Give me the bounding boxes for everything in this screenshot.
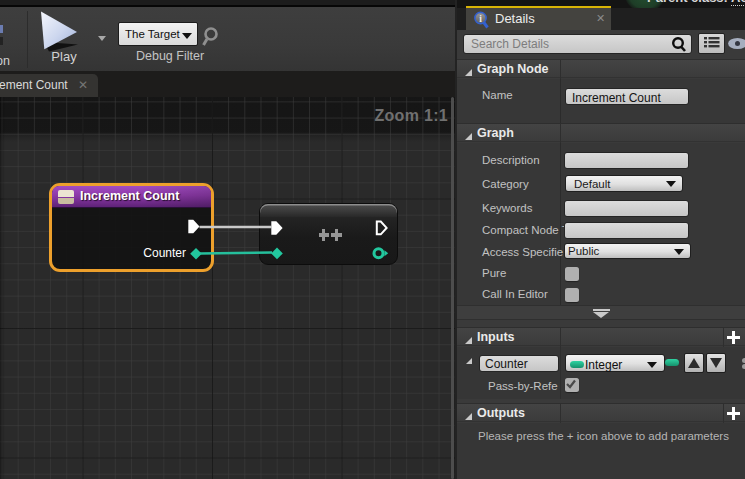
svg-text:i: i	[479, 14, 482, 24]
